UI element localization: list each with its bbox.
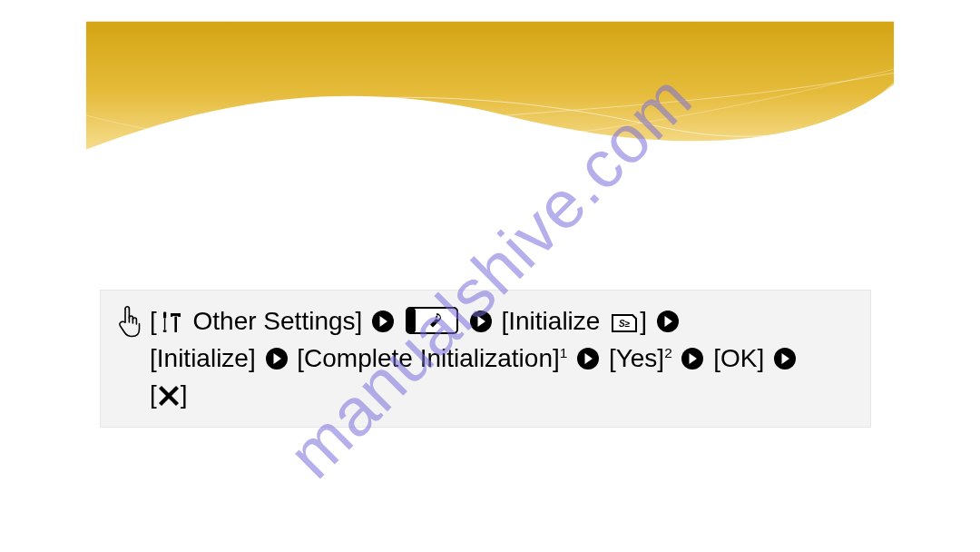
- arrow-icon: [681, 347, 704, 370]
- arrow-icon: [469, 310, 493, 333]
- ok-label: [OK]: [713, 344, 764, 372]
- tools-icon: [161, 310, 184, 334]
- instruction-text: [ Other Settings]: [150, 303, 854, 414]
- arrow-icon: [371, 310, 395, 333]
- arrow-icon: [656, 310, 680, 333]
- svg-rect-2: [163, 330, 167, 332]
- yes-label: [Yes]: [609, 344, 664, 372]
- sd-card-icon: S≥: [611, 313, 638, 333]
- arrow-icon: [576, 347, 600, 370]
- svg-text:S≥: S≥: [619, 319, 631, 329]
- close-suffix: ]: [181, 380, 188, 409]
- close-prefix: [: [150, 380, 157, 409]
- close-icon: [159, 386, 179, 406]
- svg-rect-3: [174, 317, 177, 333]
- footnote-1: 1: [560, 344, 568, 360]
- touch-icon: [113, 305, 142, 340]
- instruction-box: [ Other Settings]: [100, 290, 871, 428]
- bracket-open: [: [150, 307, 157, 335]
- other-settings-label: Other Settings]: [186, 307, 363, 335]
- complete-init-label: [Complete Initialization]: [297, 344, 559, 372]
- initialize-sd-prefix: [Initialize: [501, 307, 607, 335]
- initialize-step: [Initialize]: [150, 344, 256, 372]
- footnote-2: 2: [664, 344, 672, 360]
- svg-rect-1: [164, 319, 165, 330]
- wrench-button-icon: [406, 307, 458, 334]
- gold-banner: [0, 0, 980, 200]
- initialize-sd-suffix: ]: [640, 307, 647, 335]
- arrow-icon: [265, 347, 289, 370]
- svg-rect-0: [163, 312, 166, 319]
- svg-rect-6: [407, 308, 416, 333]
- arrow-icon: [773, 347, 797, 370]
- watermark-text: manualshive.com: [273, 59, 707, 493]
